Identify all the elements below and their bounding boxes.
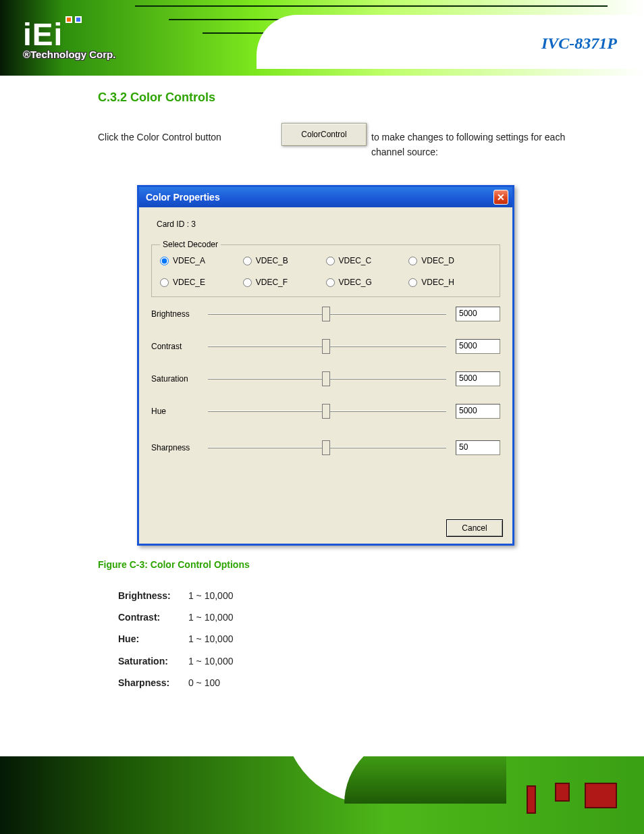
hue-row: Hue 5000 xyxy=(151,404,500,419)
intro-text-1: Click the Color Control button xyxy=(98,130,280,145)
settings-list: Brightness: 1 ~ 10,000 Contrast: 1 ~ 10,… xyxy=(118,585,233,694)
contrast-label: Contrast xyxy=(151,342,198,351)
decorative-chip-icon xyxy=(555,783,570,802)
decoder-radio-f[interactable]: VDEC_F xyxy=(243,278,326,287)
radio-input[interactable] xyxy=(160,278,169,287)
contrast-slider[interactable] xyxy=(208,346,446,347)
hue-slider[interactable] xyxy=(208,411,446,412)
hue-value[interactable]: 5000 xyxy=(456,404,500,419)
section-heading: C.3.2 Color Controls xyxy=(98,90,215,105)
decoder-radio-c[interactable]: VDEC_C xyxy=(326,256,409,265)
close-button[interactable]: ✕ xyxy=(493,190,508,205)
page-footer-banner xyxy=(0,756,644,834)
slider-thumb[interactable] xyxy=(322,404,330,419)
saturation-label: Saturation xyxy=(151,374,198,384)
color-control-button-label: ColorControl xyxy=(301,130,346,139)
sharpness-label: Sharpness xyxy=(151,443,198,452)
contrast-value[interactable]: 5000 xyxy=(456,339,500,354)
logo-dot-blue-icon xyxy=(75,16,82,23)
cancel-button[interactable]: Cancel xyxy=(446,519,503,537)
radio-input[interactable] xyxy=(408,278,417,287)
decoder-radio-h[interactable]: VDEC_H xyxy=(408,278,491,287)
radio-input[interactable] xyxy=(160,257,169,265)
saturation-slider[interactable] xyxy=(208,378,446,380)
slider-thumb[interactable] xyxy=(322,339,330,354)
dialog-title: Color Properties xyxy=(146,192,220,203)
setting-sharpness: Sharpness: 0 ~ 100 xyxy=(118,672,233,694)
figure-caption: Figure C-3: Color Control Options xyxy=(98,559,250,570)
brightness-label: Brightness xyxy=(151,309,198,319)
brightness-value[interactable]: 5000 xyxy=(456,307,500,321)
page-header-banner: iEi ®Technology Corp. IVC-8371P xyxy=(0,0,644,76)
select-decoder-group: Select Decoder VDEC_A VDEC_B VDEC_C VDEC… xyxy=(151,240,500,297)
decorative-chip-icon xyxy=(527,785,536,814)
decoder-legend: Select Decoder xyxy=(160,240,221,249)
decoder-radio-a[interactable]: VDEC_A xyxy=(160,256,243,265)
company-logo: iEi ®Technology Corp. xyxy=(23,16,115,60)
doc-title: IVC-8371P xyxy=(541,35,617,51)
setting-saturation: Saturation: 1 ~ 10,000 xyxy=(118,650,233,672)
contrast-row: Contrast 5000 xyxy=(151,339,500,354)
sharpness-value[interactable]: 50 xyxy=(456,440,500,455)
setting-contrast: Contrast: 1 ~ 10,000 xyxy=(118,606,233,628)
decoder-radio-b[interactable]: VDEC_B xyxy=(243,256,326,265)
card-id-label: Card ID : 3 xyxy=(157,219,500,229)
sharpness-row: Sharpness 50 xyxy=(151,440,500,455)
brightness-slider[interactable] xyxy=(208,313,446,315)
setting-brightness: Brightness: 1 ~ 10,000 xyxy=(118,585,233,606)
saturation-row: Saturation 5000 xyxy=(151,371,500,386)
radio-input[interactable] xyxy=(243,278,252,287)
color-control-button-figure: ColorControl xyxy=(281,123,367,146)
setting-hue: Hue: 1 ~ 10,000 xyxy=(118,628,233,650)
slider-thumb[interactable] xyxy=(322,440,330,455)
hue-label: Hue xyxy=(151,407,198,416)
radio-input[interactable] xyxy=(243,257,252,265)
dialog-titlebar: Color Properties ✕ xyxy=(139,187,512,207)
decoder-radio-d[interactable]: VDEC_D xyxy=(408,256,491,265)
dialog-body: Card ID : 3 Select Decoder VDEC_A VDEC_B… xyxy=(139,207,512,544)
decoder-radio-g[interactable]: VDEC_G xyxy=(326,278,409,287)
decorative-chip-icon xyxy=(585,783,617,808)
decoder-radio-e[interactable]: VDEC_E xyxy=(160,278,243,287)
brightness-row: Brightness 5000 xyxy=(151,307,500,321)
radio-input[interactable] xyxy=(326,257,335,265)
sharpness-slider[interactable] xyxy=(208,447,446,448)
logo-dot-orange-icon xyxy=(65,16,72,23)
slider-thumb[interactable] xyxy=(322,307,330,321)
color-properties-dialog: Color Properties ✕ Card ID : 3 Select De… xyxy=(137,185,514,546)
radio-input[interactable] xyxy=(326,278,335,287)
close-icon: ✕ xyxy=(497,192,505,202)
radio-input[interactable] xyxy=(408,257,417,265)
intro-text-2: to make changes to following settings fo… xyxy=(371,130,567,160)
saturation-value[interactable]: 5000 xyxy=(456,371,500,386)
slider-thumb[interactable] xyxy=(322,371,330,386)
logo-text: iEi xyxy=(23,16,115,53)
